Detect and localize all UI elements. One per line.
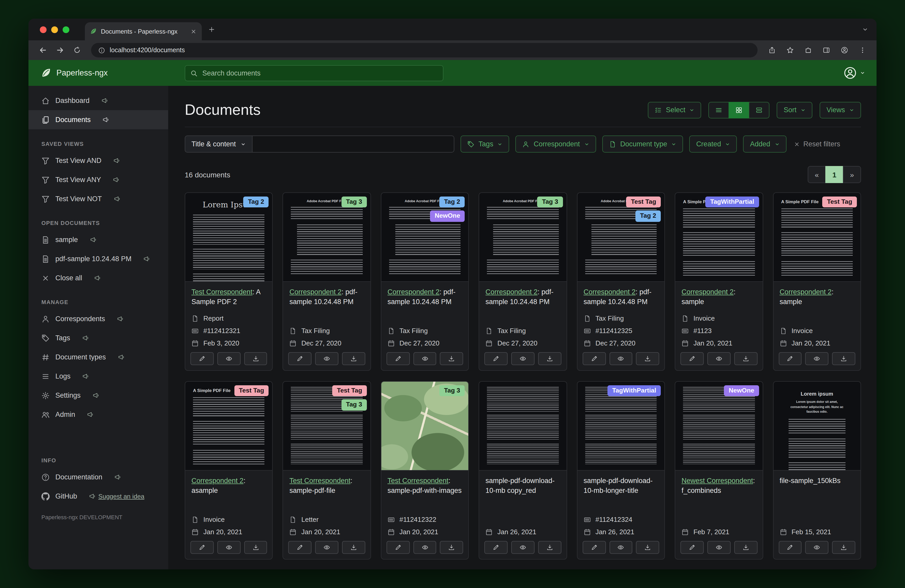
document-card[interactable]: Adobe Acrobat PDF Files Tag 2NewOne Corr… (381, 192, 469, 371)
back-button[interactable] (36, 43, 50, 57)
tag-badge[interactable]: NewOne (430, 211, 465, 222)
sidebar-item-document-types[interactable]: Document types (29, 347, 168, 367)
edit-button[interactable] (484, 541, 508, 554)
previous-page-button[interactable]: « (808, 166, 826, 183)
document-thumbnail[interactable]: Adobe Acrobat PDF Files Tag 3 (479, 193, 567, 282)
views-button[interactable]: Views (819, 101, 861, 118)
reset-filters-button[interactable]: Reset filters (794, 140, 840, 148)
tag-badge[interactable]: Tag 3 (341, 197, 367, 208)
download-button[interactable] (342, 541, 365, 554)
global-search[interactable] (185, 65, 443, 81)
correspondent-link[interactable]: Correspondent 2 (289, 288, 341, 296)
document-card[interactable]: Tag 3 Test Correspondent: sample-pdf-wit… (381, 381, 469, 559)
sidebar-item-documentation[interactable]: Documentation (29, 468, 168, 487)
document-thumbnail[interactable]: Test TagTag 3 (283, 382, 370, 471)
view-button[interactable] (805, 352, 829, 365)
next-page-button[interactable]: » (843, 166, 861, 183)
document-type-filter-button[interactable]: Document type (602, 135, 683, 152)
correspondent-link[interactable]: Correspondent 2 (681, 288, 734, 296)
tag-badge[interactable]: Tag 2 (243, 197, 268, 208)
sidebar-item-logs[interactable]: Logs (29, 367, 168, 386)
document-card[interactable]: A Simple PDF File Test Tag Correspondent… (773, 192, 861, 371)
document-title[interactable]: Correspondent 2: asample (191, 476, 266, 496)
sidebar-item-documents[interactable]: Documents (29, 110, 168, 129)
view-button[interactable] (609, 352, 633, 365)
document-title[interactable]: Test Correspondent: A Sample PDF 2 (191, 287, 266, 307)
created-filter-button[interactable]: Created (689, 135, 737, 152)
correspondent-link[interactable]: Correspondent 2 (191, 477, 243, 485)
document-title[interactable]: Correspondent 2: sample (780, 287, 854, 307)
document-title[interactable]: Correspondent 2: pdf-sample 10.24.48 PM (486, 287, 560, 307)
tag-badge[interactable]: Test Tag (822, 197, 857, 208)
sidebar-item-test-view-and[interactable]: Test View AND (29, 151, 168, 170)
document-thumbnail[interactable]: Lorem ipsum Lorem ipsum dolor sit amet, … (773, 382, 861, 471)
edit-button[interactable] (778, 352, 802, 365)
document-card[interactable]: Adobe Acrobat PDF Files Tag 3 Correspond… (283, 192, 371, 371)
side-panel-icon[interactable] (819, 43, 833, 57)
browser-tab[interactable]: Documents - Paperless-ngx (85, 22, 202, 40)
view-button[interactable] (511, 352, 535, 365)
document-card[interactable]: sample-pdf-download-10-mb copy_red Jan 2… (479, 381, 567, 559)
edit-button[interactable] (387, 541, 410, 554)
tag-badge[interactable]: NewOne (724, 385, 759, 396)
forward-button[interactable] (53, 43, 67, 57)
suggest-idea-link[interactable] (82, 334, 91, 341)
correspondent-link[interactable]: Correspondent 2 (780, 288, 832, 296)
download-button[interactable] (244, 352, 267, 365)
edit-button[interactable] (289, 352, 312, 365)
document-thumbnail[interactable]: A Simple PDF File Test Tag (185, 382, 272, 471)
sidebar-item-admin[interactable]: Admin (29, 405, 168, 424)
suggest-idea-link[interactable] (93, 392, 102, 399)
document-thumbnail[interactable]: Tag 3 (381, 382, 468, 471)
tag-badge[interactable]: Tag 3 (439, 385, 465, 396)
close-window-button[interactable] (40, 26, 46, 33)
download-button[interactable] (538, 541, 561, 554)
download-button[interactable] (832, 541, 855, 554)
view-button[interactable] (707, 541, 730, 554)
url-text[interactable]: localhost:4200/documents (110, 46, 185, 54)
tag-badge[interactable]: Test Tag (234, 385, 269, 396)
document-title[interactable]: Test Correspondent: sample-pdf-file (289, 476, 364, 496)
document-thumbnail[interactable]: A Simple PDF File TagWithPartial (675, 193, 762, 282)
suggest-idea-link[interactable] (83, 373, 92, 380)
view-button[interactable] (218, 541, 241, 554)
sort-button[interactable]: Sort (777, 101, 813, 118)
download-button[interactable] (734, 352, 757, 365)
detail-view-button[interactable] (749, 101, 770, 118)
tag-badge[interactable]: Tag 3 (341, 399, 367, 410)
search-input[interactable] (202, 69, 438, 77)
bookmark-star-icon[interactable] (783, 43, 797, 57)
brand[interactable]: Paperless-ngx (29, 68, 108, 78)
list-view-button[interactable] (709, 101, 729, 118)
correspondent-link[interactable]: Test Correspondent (191, 288, 252, 296)
edit-button[interactable] (484, 352, 508, 365)
tag-badge[interactable]: Tag 3 (537, 197, 563, 208)
document-title[interactable]: file-sample_150kBs (780, 476, 854, 486)
browser-menu-icon[interactable] (855, 43, 869, 57)
edit-button[interactable] (680, 541, 704, 554)
edit-button[interactable] (778, 541, 802, 554)
document-title[interactable]: Correspondent 2: sample (681, 287, 756, 307)
document-thumbnail[interactable]: Adobe Acrobat PDF Files Test TagTag 2 (577, 193, 664, 282)
user-menu[interactable] (843, 66, 865, 80)
sidebar-item-pdf-sample-10-24-48-pm[interactable]: pdf-sample 10.24.48 PM (29, 249, 168, 268)
document-card[interactable]: A Simple PDF File Test Tag Correspondent… (185, 381, 273, 559)
view-button[interactable] (315, 352, 338, 365)
tags-filter-button[interactable]: Tags (460, 135, 510, 152)
share-icon[interactable] (765, 43, 779, 57)
edit-button[interactable] (387, 352, 410, 365)
suggest-idea-link[interactable]: Suggest an idea (89, 493, 144, 500)
document-thumbnail[interactable]: Adobe Acrobat PDF Files Tag 3 (283, 193, 370, 282)
extensions-puzzle-icon[interactable] (801, 43, 815, 57)
suggest-idea-link[interactable] (90, 236, 99, 243)
tag-badge[interactable]: TagWithPartial (705, 197, 759, 208)
document-card[interactable]: NewOne Newest Correspondent: f_combineds… (675, 381, 763, 559)
sidebar-item-github[interactable]: GitHub Suggest an idea (29, 487, 168, 506)
edit-button[interactable] (583, 541, 606, 554)
address-bar[interactable]: localhost:4200/documents (91, 43, 757, 57)
edit-button[interactable] (583, 352, 606, 365)
document-card[interactable]: A Simple PDF File TagWithPartial Corresp… (675, 192, 763, 371)
tab-search-chevron-icon[interactable] (862, 26, 868, 33)
document-thumbnail[interactable]: Lorem Ipsum Tag 2 (185, 193, 272, 282)
edit-button[interactable] (680, 352, 704, 365)
